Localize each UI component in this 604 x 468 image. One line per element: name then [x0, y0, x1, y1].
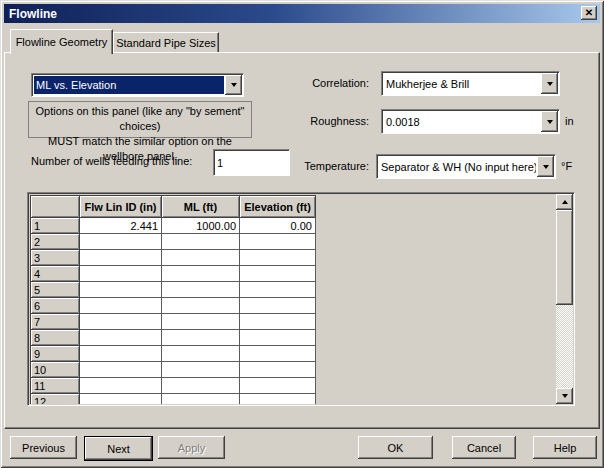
row-header[interactable]: 8 — [31, 330, 80, 346]
chevron-down-icon — [547, 120, 553, 124]
cell-ml[interactable] — [162, 346, 240, 362]
panel-note-line1: Options on this panel (like any "by seme… — [29, 104, 251, 134]
cell-elevation[interactable] — [240, 378, 316, 394]
cancel-button-label: Cancel — [467, 442, 501, 454]
cell-elevation[interactable] — [240, 234, 316, 250]
table-row: 10 — [31, 362, 316, 378]
table-row: 12.4411000.000.00 — [31, 218, 316, 234]
cell-elevation[interactable] — [240, 394, 316, 405]
tab-standard-pipe-sizes[interactable]: Standard Pipe Sizes — [113, 32, 219, 53]
table-row: 5 — [31, 282, 316, 298]
next-button[interactable]: Next — [84, 436, 153, 461]
cell-ml[interactable] — [162, 314, 240, 330]
cell-ml[interactable] — [162, 330, 240, 346]
correlation-dropdown-button[interactable] — [541, 73, 558, 94]
cell-flw-lin-id[interactable] — [80, 330, 162, 346]
cell-elevation[interactable] — [240, 266, 316, 282]
wells-count-value: 1 — [217, 157, 223, 169]
cell-flw-lin-id[interactable] — [80, 362, 162, 378]
geometry-mode-dropdown-button[interactable] — [225, 75, 242, 95]
cell-flw-lin-id[interactable] — [80, 298, 162, 314]
vertical-scrollbar — [556, 194, 573, 404]
scroll-down-icon — [562, 394, 568, 398]
scroll-up-button[interactable] — [556, 194, 573, 210]
column-header-ml: ML (ft) — [162, 196, 240, 218]
flowline-table: Flw Lin ID (in) ML (ft) Elevation (ft) 1… — [30, 195, 316, 404]
title-bar: Flowline — [4, 4, 600, 23]
cell-elevation[interactable] — [240, 330, 316, 346]
row-header[interactable]: 10 — [31, 362, 80, 378]
cell-elevation[interactable] — [240, 250, 316, 266]
cell-flw-lin-id[interactable]: 2.441 — [80, 218, 162, 234]
flowline-table-grid: Flw Lin ID (in) ML (ft) Elevation (ft) 1… — [30, 195, 555, 404]
previous-button-label: Previous — [22, 442, 65, 454]
tab-flowline-geometry[interactable]: Flowline Geometry — [10, 29, 113, 54]
roughness-select[interactable]: 0.0018 — [381, 109, 560, 134]
row-header[interactable]: 7 — [31, 314, 80, 330]
ok-button[interactable]: OK — [358, 436, 433, 459]
window-title: Flowline — [4, 7, 57, 21]
cell-flw-lin-id[interactable] — [80, 266, 162, 282]
row-header[interactable]: 3 — [31, 250, 80, 266]
cell-flw-lin-id[interactable] — [80, 234, 162, 250]
table-row: 7 — [31, 314, 316, 330]
panel-note: Options on this panel (like any "by seme… — [28, 101, 252, 138]
cell-elevation[interactable]: 0.00 — [240, 218, 316, 234]
scroll-down-button[interactable] — [556, 388, 573, 404]
cell-elevation[interactable] — [240, 362, 316, 378]
cell-ml[interactable] — [162, 250, 240, 266]
scrollbar-thumb[interactable] — [556, 210, 573, 305]
previous-button[interactable]: Previous — [10, 436, 77, 459]
cell-flw-lin-id[interactable] — [80, 282, 162, 298]
geometry-mode-value: ML vs. Elevation — [34, 76, 224, 94]
help-button[interactable]: Help — [533, 436, 597, 459]
chevron-down-icon — [547, 82, 553, 86]
scroll-up-icon — [562, 200, 568, 204]
row-header[interactable]: 6 — [31, 298, 80, 314]
row-header[interactable]: 11 — [31, 378, 80, 394]
tab-label: Flowline Geometry — [16, 36, 108, 48]
cell-ml[interactable] — [162, 378, 240, 394]
table-header-row: Flw Lin ID (in) ML (ft) Elevation (ft) — [31, 196, 316, 218]
close-button[interactable]: ✕ — [581, 6, 597, 20]
cell-flw-lin-id[interactable] — [80, 394, 162, 405]
cell-flw-lin-id[interactable] — [80, 378, 162, 394]
row-header[interactable]: 2 — [31, 234, 80, 250]
cell-ml[interactable] — [162, 266, 240, 282]
row-header[interactable]: 1 — [31, 218, 80, 234]
row-header[interactable]: 5 — [31, 282, 80, 298]
roughness-dropdown-button[interactable] — [541, 111, 558, 132]
wells-count-label: Number of wells feeding this line: — [31, 155, 192, 167]
cell-flw-lin-id[interactable] — [80, 250, 162, 266]
cancel-button[interactable]: Cancel — [452, 436, 516, 459]
row-header[interactable]: 9 — [31, 346, 80, 362]
temperature-label: Temperature: — [269, 160, 369, 172]
cell-flw-lin-id[interactable] — [80, 346, 162, 362]
row-header[interactable]: 4 — [31, 266, 80, 282]
temperature-select[interactable]: Separator & WH (No input here) — [376, 154, 556, 179]
cell-ml[interactable]: 1000.00 — [162, 218, 240, 234]
temperature-value: Separator & WH (No input here) — [379, 157, 536, 176]
roughness-value: 0.0018 — [384, 112, 540, 131]
tab-label: Standard Pipe Sizes — [116, 37, 216, 49]
corner-header — [31, 196, 80, 218]
cell-elevation[interactable] — [240, 298, 316, 314]
cell-ml[interactable] — [162, 282, 240, 298]
cell-ml[interactable] — [162, 298, 240, 314]
chevron-down-icon — [231, 83, 237, 87]
cell-ml[interactable] — [162, 362, 240, 378]
cell-ml[interactable] — [162, 234, 240, 250]
cell-elevation[interactable] — [240, 282, 316, 298]
table-row: 3 — [31, 250, 316, 266]
cell-elevation[interactable] — [240, 314, 316, 330]
chevron-down-icon — [543, 165, 549, 169]
cell-ml[interactable] — [162, 394, 240, 405]
cell-elevation[interactable] — [240, 346, 316, 362]
geometry-mode-select[interactable]: ML vs. Elevation — [31, 73, 244, 97]
table-row: 12 — [31, 394, 316, 405]
cell-flw-lin-id[interactable] — [80, 314, 162, 330]
correlation-select[interactable]: Mukherjee & Brill — [381, 71, 560, 96]
temperature-dropdown-button[interactable] — [537, 156, 554, 177]
row-header[interactable]: 12 — [31, 394, 80, 405]
next-button-label: Next — [107, 443, 130, 455]
